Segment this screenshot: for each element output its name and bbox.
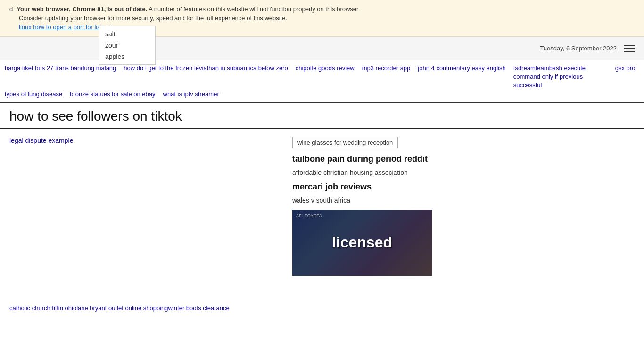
autocomplete-item-zour[interactable]: zour <box>99 40 155 51</box>
nav-link-1[interactable]: harga tiket bus 27 trans bandung malang <box>5 64 116 73</box>
right-heading-1: tailbone pain during period reddit <box>292 154 635 164</box>
nav-link-3[interactable]: chipotle goods review <box>296 64 355 73</box>
header-date: Tuesday, 6 September 2022 <box>540 45 617 52</box>
catholic-church-link[interactable]: catholic church tiffin ohio <box>9 304 76 312</box>
browser-icon: d <box>9 6 13 13</box>
browser-warning-text: Your web browser, Chrome 81, is out of d… <box>17 6 360 13</box>
browser-warning-sub: Consider updating your browser for more … <box>19 15 635 22</box>
nav-link-10[interactable]: what is iptv streamer <box>163 90 219 99</box>
nav-link-6[interactable]: fsdreamteambash execute command only if … <box>513 64 608 90</box>
right-text-1: affordable christian housing association <box>292 169 635 176</box>
legal-dispute-link[interactable]: legal dispute example <box>9 137 73 144</box>
main-content: legal dispute example catholic church ti… <box>0 129 644 319</box>
licensed-image: AFL TOYOTA licensed <box>292 210 432 276</box>
right-heading-2: mercari job reviews <box>292 182 635 192</box>
left-column: legal dispute example catholic church ti… <box>9 137 283 312</box>
right-column: wine glasses for wedding reception tailb… <box>292 137 635 312</box>
wine-glasses-badge: wine glasses for wedding reception <box>292 137 398 148</box>
site-header: Tuesday, 6 September 2022 <box>0 37 644 60</box>
browser-warning-banner: d Your web browser, Chrome 81, is out of… <box>0 0 644 37</box>
nav-link-9[interactable]: bronze statues for sale on ebay <box>70 90 155 99</box>
nav-link-2[interactable]: how do i get to the frozen leviathan in … <box>124 64 288 73</box>
nav-link-5[interactable]: john 4 commentary easy english <box>418 64 505 73</box>
hamburger-menu-button[interactable] <box>624 45 635 52</box>
page-title-bar: how to see followers on tiktok <box>0 103 644 129</box>
page-title: how to see followers on tiktok <box>9 109 635 124</box>
lane-bryant-link[interactable]: lane bryant outlet online shopping <box>76 304 168 312</box>
right-text-2: wales v south africa <box>292 197 635 204</box>
nav-link-7[interactable]: gsx pro <box>615 64 636 73</box>
bottom-links: catholic church tiffin ohiolane bryant o… <box>9 304 283 312</box>
navigation-bar: harga tiket bus 27 trans bandung malang … <box>0 60 644 103</box>
nav-link-8[interactable]: types of lung disease <box>5 90 62 99</box>
autocomplete-dropdown: salt zour apples <box>99 26 156 65</box>
licensed-text: licensed <box>332 234 392 251</box>
nav-link-4[interactable]: mp3 recorder app <box>362 64 411 73</box>
winter-boots-link[interactable]: winter boots clearance <box>168 304 230 312</box>
autocomplete-item-apples[interactable]: apples <box>99 51 155 62</box>
autocomplete-item-salt[interactable]: salt <box>99 28 155 40</box>
